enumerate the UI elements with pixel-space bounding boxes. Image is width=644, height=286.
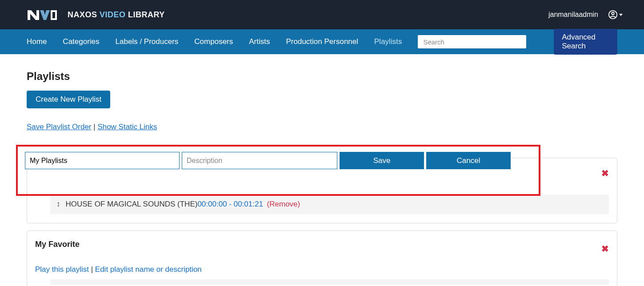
page-title: Playlists xyxy=(27,70,617,83)
playlist-title: My Favorite xyxy=(35,240,609,249)
play-playlist-link[interactable]: Play this playlist xyxy=(35,265,89,274)
track-row[interactable]: ↕ HOUSE OF MAGICAL SOUNDS (THE) 00:00:00… xyxy=(50,195,609,214)
separator: | xyxy=(91,265,95,274)
cancel-button[interactable]: Cancel xyxy=(426,152,511,169)
nav-playlists[interactable]: Playlists xyxy=(374,37,402,46)
track-time-link[interactable]: 00:00:00 - 00:01:21 xyxy=(197,200,263,209)
save-playlist-order-link[interactable]: Save Playlist Order xyxy=(27,123,92,131)
highlight-annotation: Save Cancel xyxy=(16,145,540,196)
nav-production-personnel[interactable]: Production Personnel xyxy=(286,37,358,46)
playlist-description-input[interactable] xyxy=(182,152,337,169)
nav-home[interactable]: Home xyxy=(27,37,47,46)
drag-handle-icon[interactable]: ↕ xyxy=(56,200,60,209)
account-menu[interactable] xyxy=(608,10,623,20)
edit-playlist-link[interactable]: Edit playlist name or description xyxy=(95,265,202,274)
nav-composers[interactable]: Composers xyxy=(194,37,233,46)
nav-labels[interactable]: Labels / Producers xyxy=(116,37,179,46)
username-label[interactable]: janmanilaadmin xyxy=(548,11,598,19)
nav-artists[interactable]: Artists xyxy=(249,37,270,46)
nav-categories[interactable]: Categories xyxy=(63,37,99,46)
remove-track-link[interactable]: (Remove) xyxy=(267,200,300,209)
user-circle-icon xyxy=(608,10,618,20)
advanced-search-button[interactable]: Advanced Search xyxy=(554,29,617,55)
svg-rect-1 xyxy=(52,12,55,18)
create-playlist-button[interactable]: Create New Playlist xyxy=(27,91,110,108)
delete-playlist-button[interactable]: ✖ xyxy=(601,243,609,254)
save-button[interactable]: Save xyxy=(340,152,424,169)
separator: | xyxy=(93,123,97,131)
playlist-card: My Favorite ✖ Play this playlist | Edit … xyxy=(27,230,617,286)
show-static-links-link[interactable]: Show Static Links xyxy=(97,123,157,131)
svg-point-3 xyxy=(612,12,614,15)
track-row-placeholder xyxy=(50,279,609,285)
track-title: HOUSE OF MAGICAL SOUNDS (THE) xyxy=(66,200,198,209)
logo[interactable] xyxy=(27,8,58,22)
brand-text: NAXOS VIDEO LIBRARY xyxy=(68,10,165,20)
search-input[interactable] xyxy=(418,35,526,48)
delete-playlist-button[interactable]: ✖ xyxy=(601,168,609,179)
chevron-down-icon xyxy=(619,14,623,16)
playlist-name-input[interactable] xyxy=(25,152,180,169)
